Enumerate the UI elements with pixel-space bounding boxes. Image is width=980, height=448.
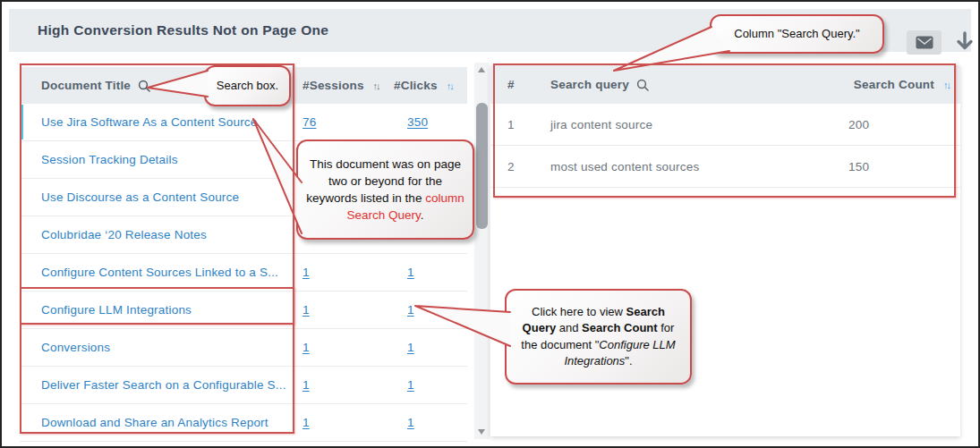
query-text: jira content source [533,118,806,131]
sessions-label: #Sessions [303,79,364,92]
document-link[interactable]: Colubridae ‘20 Release Notes [20,228,295,241]
document-link[interactable]: Session Tracking Details [20,153,295,166]
document-link[interactable]: Download and Share an Analytics Report [20,416,295,429]
column-header-search-count[interactable]: Search Count ↑↓ [806,78,960,91]
table-row: Conversions 1 1 [20,329,467,367]
document-link[interactable]: Use Jira Software As a Content Source [20,115,295,129]
table-row: Download and Share an Analytics Report 1… [20,404,467,442]
analytics-widget-window: High Conversion Results Not on Page One … [0,0,980,448]
callout-text: Search box. [217,78,278,94]
download-icon [954,30,976,55]
document-link[interactable]: Configure Content Sources Linked to a S.… [20,266,295,279]
search-query-label: Search query [550,78,629,91]
document-title-label: Document Title [41,79,131,92]
email-button[interactable] [907,30,942,55]
callout-click-here-note: Click here to view Search Query and Sear… [505,289,692,385]
sessions-value-link[interactable]: 1 [303,341,310,354]
sessions-value-link[interactable]: 1 [303,378,310,392]
table-row: Deliver Faster Search on a Configurable … [20,367,467,404]
query-text: most used content sources [533,160,806,173]
callout-page-two-note: This document was on page two or beyond … [296,139,474,240]
query-row: 2 most used content sources 150 [490,146,960,188]
sort-icon-search-count[interactable]: ↑↓ [943,80,950,90]
search-icon[interactable] [636,79,649,91]
documents-table: Document Title #Sessions ↑↓ #Clicks ↑↓ U… [20,67,467,442]
sessions-value-link[interactable]: 1 [303,266,310,279]
table-row: Use Jira Software As a Content Source 76… [20,104,467,141]
column-header-index: # [490,78,533,91]
clicks-label: #Clicks [394,79,438,92]
page-title: High Conversion Results Not on Page One [38,9,328,52]
sessions-value-link[interactable]: 1 [303,416,310,429]
column-header-clicks[interactable]: #Clicks ↑↓ [385,79,467,92]
clicks-value-link[interactable]: 1 [407,378,414,392]
vertical-scrollbar[interactable] [474,63,490,439]
clicks-value-link[interactable]: 1 [407,416,414,429]
table-row: Configure Content Sources Linked to a S.… [20,254,467,292]
callout-text: This document was on page two or beyond … [305,156,465,224]
selected-row-indicator [20,105,23,139]
scroll-down-arrow-icon[interactable] [478,429,485,435]
clicks-value-link[interactable]: 350 [407,115,428,129]
scroll-up-arrow-icon[interactable] [478,67,485,72]
clicks-value-link[interactable]: 1 [407,303,414,317]
document-link[interactable]: Configure LLM Integrations [20,303,295,317]
search-icon[interactable] [138,80,150,92]
scrollbar-thumb[interactable] [476,103,488,229]
callout-search-box: Search box. [204,65,291,106]
document-link[interactable]: Deliver Faster Search on a Configurable … [20,378,295,392]
query-index: 2 [490,160,533,173]
clicks-value-link[interactable]: 1 [407,266,414,279]
sort-icon-sessions[interactable]: ↑↓ [373,80,379,91]
callout-column-search-query: Column "Search Query." [710,14,884,54]
callout-text: Column "Search Query." [734,26,860,42]
callout-text: Click here to view Search Query and Sear… [514,304,683,370]
search-query-header: # Search query Search Count ↑↓ [490,65,960,104]
query-index: 1 [490,118,533,131]
sessions-value-link[interactable]: 76 [303,115,316,129]
email-icon [916,36,933,49]
table-row-configure-llm: Configure LLM Integrations 1 1 [20,292,467,329]
column-header-search-query[interactable]: Search query [533,78,806,91]
document-link[interactable]: Use Discourse as a Content Source [20,190,295,204]
clicks-value-link[interactable]: 1 [407,341,414,354]
sort-icon-clicks[interactable]: ↑↓ [447,80,453,91]
download-button[interactable] [948,28,980,57]
query-row: 1 jira content source 200 [490,104,960,146]
sessions-value-link[interactable]: 1 [303,303,310,317]
query-count: 150 [806,160,960,173]
search-count-label: Search Count [854,78,934,91]
column-header-sessions[interactable]: #Sessions ↑↓ [295,79,385,92]
document-link[interactable]: Conversions [20,341,295,354]
query-count: 200 [806,118,960,131]
